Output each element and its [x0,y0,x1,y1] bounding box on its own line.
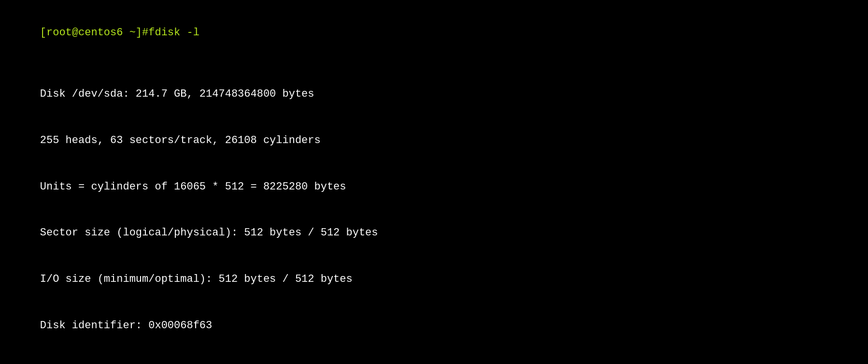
command-fdisk: [root@centos6 ~]#fdisk -l [14,10,854,56]
disk-info-line3: Units = cylinders of 16065 * 512 = 82252… [14,164,854,210]
disk-identifier: Disk identifier: 0x00068f63 [14,303,854,349]
disk-info-line1: Disk /dev/sda: 214.7 GB, 214748364800 by… [14,72,854,118]
blank-line-1 [14,56,854,72]
disk-info-line5: I/O size (minimum/optimal): 512 bytes / … [14,256,854,303]
blank-line-2 [14,349,854,364]
terminal-window: [root@centos6 ~]#fdisk -l Disk /dev/sda:… [14,10,854,364]
disk-info-line4: Sector size (logical/physical): 512 byte… [14,210,854,257]
disk-info-line2: 255 heads, 63 sectors/track, 26108 cylin… [14,117,854,164]
